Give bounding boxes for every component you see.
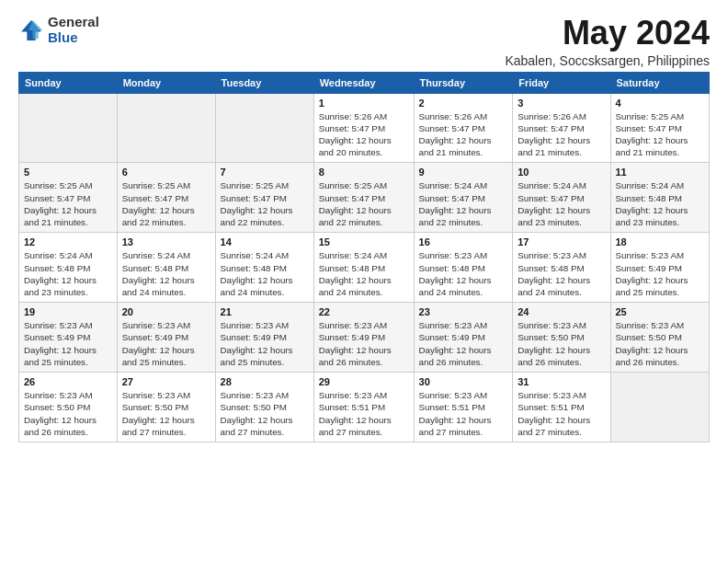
table-row: 17Sunrise: 5:23 AM Sunset: 5:48 PM Dayli… (513, 233, 610, 303)
day-number: 17 (518, 236, 605, 247)
day-number: 3 (518, 98, 605, 109)
table-row: 21Sunrise: 5:23 AM Sunset: 5:49 PM Dayli… (215, 303, 313, 373)
day-info: Sunrise: 5:24 AM Sunset: 5:48 PM Dayligh… (616, 179, 705, 228)
month-title: May 2024 (505, 15, 710, 52)
day-info: Sunrise: 5:25 AM Sunset: 5:47 PM Dayligh… (319, 179, 409, 228)
day-number: 22 (319, 306, 409, 317)
table-row: 27Sunrise: 5:23 AM Sunset: 5:50 PM Dayli… (117, 373, 215, 442)
day-info: Sunrise: 5:23 AM Sunset: 5:49 PM Dayligh… (24, 319, 112, 368)
day-info: Sunrise: 5:23 AM Sunset: 5:48 PM Dayligh… (518, 249, 605, 298)
day-number: 6 (122, 167, 210, 178)
logo-blue-text: Blue (48, 30, 99, 46)
calendar-row-5: 26Sunrise: 5:23 AM Sunset: 5:50 PM Dayli… (19, 373, 710, 442)
logo: General Blue (18, 15, 99, 45)
calendar-row-4: 19Sunrise: 5:23 AM Sunset: 5:49 PM Dayli… (19, 303, 710, 373)
table-row: 26Sunrise: 5:23 AM Sunset: 5:50 PM Dayli… (19, 373, 118, 442)
header-wednesday: Wednesday (313, 72, 414, 93)
header-monday: Monday (117, 72, 215, 93)
day-info: Sunrise: 5:26 AM Sunset: 5:47 PM Dayligh… (518, 110, 605, 159)
day-number: 4 (616, 98, 705, 109)
table-row: 8Sunrise: 5:25 AM Sunset: 5:47 PM Daylig… (313, 163, 414, 233)
calendar-row-1: 1Sunrise: 5:26 AM Sunset: 5:47 PM Daylig… (19, 93, 710, 163)
day-info: Sunrise: 5:23 AM Sunset: 5:50 PM Dayligh… (221, 389, 309, 438)
day-info: Sunrise: 5:23 AM Sunset: 5:50 PM Dayligh… (616, 319, 705, 368)
table-row: 12Sunrise: 5:24 AM Sunset: 5:48 PM Dayli… (19, 233, 118, 303)
day-number: 9 (419, 167, 508, 178)
table-row: 25Sunrise: 5:23 AM Sunset: 5:50 PM Dayli… (610, 303, 710, 373)
day-number: 24 (518, 306, 605, 317)
table-row: 14Sunrise: 5:24 AM Sunset: 5:48 PM Dayli… (215, 233, 313, 303)
table-row: 31Sunrise: 5:23 AM Sunset: 5:51 PM Dayli… (513, 373, 610, 442)
table-row: 5Sunrise: 5:25 AM Sunset: 5:47 PM Daylig… (19, 163, 118, 233)
header-tuesday: Tuesday (215, 72, 313, 93)
table-row: 3Sunrise: 5:26 AM Sunset: 5:47 PM Daylig… (513, 93, 610, 163)
day-number: 29 (319, 376, 409, 387)
header-saturday: Saturday (610, 72, 710, 93)
table-row: 10Sunrise: 5:24 AM Sunset: 5:47 PM Dayli… (513, 163, 610, 233)
day-number: 5 (24, 167, 112, 178)
day-info: Sunrise: 5:23 AM Sunset: 5:51 PM Dayligh… (419, 389, 508, 438)
table-row: 16Sunrise: 5:23 AM Sunset: 5:48 PM Dayli… (414, 233, 513, 303)
day-number: 18 (616, 236, 705, 247)
calendar-table: Sunday Monday Tuesday Wednesday Thursday… (18, 72, 710, 442)
day-number: 2 (419, 98, 508, 109)
header: General Blue May 2024 Kabalen, Soccsksar… (18, 15, 710, 68)
day-number: 26 (24, 376, 112, 387)
table-row (610, 373, 710, 442)
table-row: 24Sunrise: 5:23 AM Sunset: 5:50 PM Dayli… (513, 303, 610, 373)
day-info: Sunrise: 5:23 AM Sunset: 5:49 PM Dayligh… (616, 249, 705, 298)
day-info: Sunrise: 5:23 AM Sunset: 5:48 PM Dayligh… (419, 249, 508, 298)
day-number: 16 (419, 236, 508, 247)
day-info: Sunrise: 5:23 AM Sunset: 5:50 PM Dayligh… (122, 389, 210, 438)
table-row: 22Sunrise: 5:23 AM Sunset: 5:49 PM Dayli… (313, 303, 414, 373)
weekday-header-row: Sunday Monday Tuesday Wednesday Thursday… (19, 72, 710, 93)
table-row: 4Sunrise: 5:25 AM Sunset: 5:47 PM Daylig… (610, 93, 710, 163)
logo-general-text: General (48, 15, 99, 30)
day-number: 30 (419, 376, 508, 387)
table-row (19, 93, 118, 163)
table-row: 11Sunrise: 5:24 AM Sunset: 5:48 PM Dayli… (610, 163, 710, 233)
table-row: 20Sunrise: 5:23 AM Sunset: 5:49 PM Dayli… (117, 303, 215, 373)
day-info: Sunrise: 5:23 AM Sunset: 5:50 PM Dayligh… (518, 319, 605, 368)
day-info: Sunrise: 5:23 AM Sunset: 5:50 PM Dayligh… (24, 389, 112, 438)
day-info: Sunrise: 5:24 AM Sunset: 5:47 PM Dayligh… (518, 179, 605, 228)
table-row: 30Sunrise: 5:23 AM Sunset: 5:51 PM Dayli… (414, 373, 513, 442)
day-number: 19 (24, 306, 112, 317)
day-number: 7 (221, 167, 309, 178)
day-info: Sunrise: 5:23 AM Sunset: 5:51 PM Dayligh… (518, 389, 605, 438)
day-number: 14 (221, 236, 309, 247)
table-row: 7Sunrise: 5:25 AM Sunset: 5:47 PM Daylig… (215, 163, 313, 233)
day-info: Sunrise: 5:24 AM Sunset: 5:48 PM Dayligh… (319, 249, 409, 298)
day-info: Sunrise: 5:23 AM Sunset: 5:49 PM Dayligh… (122, 319, 210, 368)
day-number: 25 (616, 306, 705, 317)
day-number: 13 (122, 236, 210, 247)
header-friday: Friday (513, 72, 610, 93)
table-row: 23Sunrise: 5:23 AM Sunset: 5:49 PM Dayli… (414, 303, 513, 373)
day-number: 28 (221, 376, 309, 387)
day-info: Sunrise: 5:24 AM Sunset: 5:48 PM Dayligh… (24, 249, 112, 298)
calendar-row-2: 5Sunrise: 5:25 AM Sunset: 5:47 PM Daylig… (19, 163, 710, 233)
table-row: 9Sunrise: 5:24 AM Sunset: 5:47 PM Daylig… (414, 163, 513, 233)
day-info: Sunrise: 5:24 AM Sunset: 5:47 PM Dayligh… (419, 179, 508, 228)
day-number: 8 (319, 167, 409, 178)
table-row: 29Sunrise: 5:23 AM Sunset: 5:51 PM Dayli… (313, 373, 414, 442)
day-number: 31 (518, 376, 605, 387)
calendar-row-3: 12Sunrise: 5:24 AM Sunset: 5:48 PM Dayli… (19, 233, 710, 303)
page: General Blue May 2024 Kabalen, Soccsksar… (0, 0, 728, 457)
day-number: 10 (518, 167, 605, 178)
header-thursday: Thursday (414, 72, 513, 93)
title-block: May 2024 Kabalen, Soccsksargen, Philippi… (505, 15, 710, 68)
logo-text: General Blue (48, 15, 99, 45)
day-number: 20 (122, 306, 210, 317)
day-info: Sunrise: 5:23 AM Sunset: 5:49 PM Dayligh… (221, 319, 309, 368)
table-row: 13Sunrise: 5:24 AM Sunset: 5:48 PM Dayli… (117, 233, 215, 303)
day-number: 12 (24, 236, 112, 247)
table-row: 15Sunrise: 5:24 AM Sunset: 5:48 PM Dayli… (313, 233, 414, 303)
day-number: 15 (319, 236, 409, 247)
table-row: 18Sunrise: 5:23 AM Sunset: 5:49 PM Dayli… (610, 233, 710, 303)
day-info: Sunrise: 5:23 AM Sunset: 5:51 PM Dayligh… (319, 389, 409, 438)
location-title: Kabalen, Soccsksargen, Philippines (505, 53, 710, 68)
day-info: Sunrise: 5:25 AM Sunset: 5:47 PM Dayligh… (24, 179, 112, 228)
day-info: Sunrise: 5:26 AM Sunset: 5:47 PM Dayligh… (419, 110, 508, 159)
table-row: 1Sunrise: 5:26 AM Sunset: 5:47 PM Daylig… (313, 93, 414, 163)
